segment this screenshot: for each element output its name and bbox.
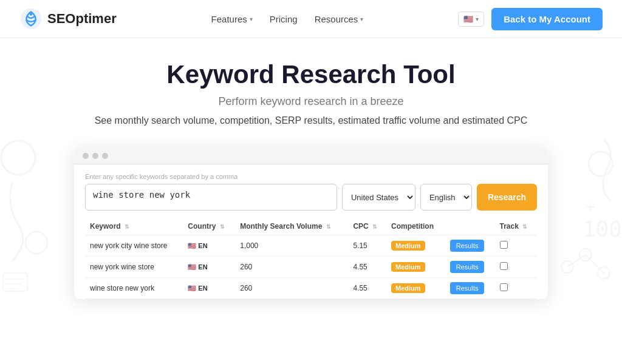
tool-body: Enter any specific keywords separated by… [74,164,548,299]
table-row: new york wine store 🇺🇸 EN 260 4.55 Mediu… [85,257,537,278]
chevron-down-icon: ▾ [476,16,479,22]
sort-icon: ⇅ [125,224,129,230]
chevron-down-icon: ▾ [360,16,363,22]
cell-keyword: new york city wine store [85,235,183,257]
cell-keyword: new york wine store [85,257,183,278]
cell-results[interactable]: Results [445,278,495,299]
search-row: wine store new york United States Englis… [85,184,537,211]
research-button[interactable]: Research [477,184,537,211]
track-checkbox[interactable] [500,262,508,270]
col-volume: Monthly Search Volume ⇅ [235,218,348,235]
col-competition: Competition [386,218,445,235]
window-dot-1 [83,153,89,159]
window-dot-2 [92,153,98,159]
sort-icon: ⇅ [326,224,331,230]
results-table: Keyword ⇅ Country ⇅ Monthly Search Volum… [85,218,537,299]
col-results [445,218,495,235]
svg-text:+: + [586,197,595,216]
cell-competition: Medium [386,235,445,257]
col-keyword: Keyword ⇅ [85,218,183,235]
table-row: new york city wine store 🇺🇸 EN 1,000 5.1… [85,235,537,257]
col-track: Track ⇅ [495,218,537,235]
svg-text:100: 100 [583,217,622,241]
svg-point-0 [1,141,35,175]
language-select[interactable]: English [420,184,472,211]
tool-panel: Enter any specific keywords separated by… [74,148,548,299]
cell-track[interactable] [495,257,537,278]
cell-results[interactable]: Results [445,235,495,257]
cell-cpc: 4.55 [348,257,386,278]
back-to-account-button[interactable]: Back to My Account [491,8,603,30]
cell-volume: 260 [235,278,348,299]
window-dot-3 [102,153,108,159]
cell-cpc: 4.55 [348,278,386,299]
cell-track[interactable] [495,278,537,299]
cell-country: 🇺🇸 EN [183,257,235,278]
cell-cpc: 5.15 [348,235,386,257]
table-header-row: Keyword ⇅ Country ⇅ Monthly Search Volum… [85,218,537,235]
nav-actions: 🇺🇸 ▾ Back to My Account [458,8,603,30]
chevron-down-icon: ▾ [250,16,253,22]
hero-description: See monthly search volume, competition, … [12,115,610,126]
logo[interactable]: SEOptimer [19,7,117,30]
logo-text: SEOptimer [47,11,117,27]
cell-results[interactable]: Results [445,257,495,278]
main-nav: Features ▾ Pricing Resources ▾ [211,14,364,24]
svg-line-12 [586,255,604,273]
nav-pricing[interactable]: Pricing [270,14,298,24]
logo-icon [19,7,43,30]
track-checkbox[interactable] [500,283,508,291]
table-row: wine store new york 🇺🇸 EN 260 4.55 Mediu… [85,278,537,299]
cell-volume: 1,000 [235,235,348,257]
keyword-input-hint: Enter any specific keywords separated by… [85,173,537,180]
hero-section: Keyword Research Tool Perform keyword re… [0,38,622,138]
country-select[interactable]: United States [342,184,415,211]
page-title: Keyword Research Tool [12,60,610,89]
results-button[interactable]: Results [450,261,485,273]
cell-competition: Medium [386,257,445,278]
svg-point-15 [30,13,33,16]
col-cpc: CPC ⇅ [348,218,386,235]
cell-keyword: wine store new york [85,278,183,299]
nav-resources[interactable]: Resources ▾ [315,14,364,24]
cell-track[interactable] [495,235,537,257]
results-button[interactable]: Results [450,240,485,252]
results-button[interactable]: Results [450,282,485,294]
sort-icon: ⇅ [372,224,377,230]
sort-icon: ⇅ [522,224,527,230]
header: SEOptimer Features ▾ Pricing Resources ▾… [0,0,622,38]
nav-features[interactable]: Features ▾ [211,14,253,24]
track-checkbox[interactable] [500,241,508,249]
sort-icon: ⇅ [220,224,225,230]
keyword-input[interactable]: wine store new york [85,184,337,211]
cell-volume: 260 [235,257,348,278]
flag-icon: 🇺🇸 [463,15,473,24]
hero-subtitle: Perform keyword research in a breeze [12,95,610,108]
col-country: Country ⇅ [183,218,235,235]
cell-country: 🇺🇸 EN [183,235,235,257]
tool-titlebar [74,148,548,164]
cell-competition: Medium [386,278,445,299]
cell-country: 🇺🇸 EN [183,278,235,299]
svg-point-1 [26,232,47,254]
language-selector[interactable]: 🇺🇸 ▾ [458,12,484,27]
